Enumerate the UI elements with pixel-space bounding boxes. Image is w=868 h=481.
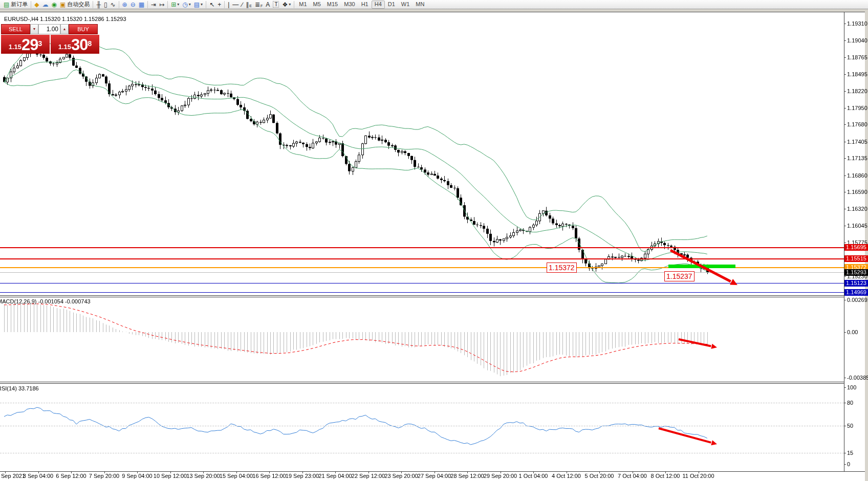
sell-price-box[interactable]: 1.15 29 3 [1,35,50,54]
time-axis-tick [599,471,600,473]
time-axis-label: 19 Sep 23:00 [286,473,319,479]
periods-icon[interactable]: ◷▾ [181,1,192,9]
arrows-icon[interactable]: ❖▾ [280,1,292,9]
candlestick-chart-icon: ▯ [104,1,107,8]
time-axis-tick [137,471,138,473]
macd-axis-label: 0.00 [847,329,858,335]
time-axis-tick [435,471,435,473]
text-label-icon[interactable]: T [271,1,280,9]
volume-increase-button[interactable]: ▲ [60,24,69,34]
resistance-line-1[interactable] [0,247,844,248]
time-axis-tick [170,471,171,473]
time-axis-tick [567,471,567,473]
time-axis-label: 15 Sep 04:00 [220,473,253,479]
cursor-icon[interactable]: ↖ [208,1,216,9]
fibonacci-icon[interactable]: ≣F [253,1,264,9]
timeframe-mn[interactable]: MN [413,1,427,9]
trendline-icon[interactable]: ∕ [240,1,244,9]
support-line-1-badge: 1.15123 [844,280,868,287]
buy-price-big: 30 [71,37,88,53]
highlighter-icon: ◆ [34,1,39,8]
price-tick-label: 1.18765 [847,54,867,60]
time-axis-tick [533,471,534,473]
zoom-in-icon[interactable]: ⊕ [121,1,129,9]
macd-tick-mark [844,300,846,300]
zoom-out-icon: ⊖ [131,1,136,8]
line-chart-icon[interactable]: ∿ [109,1,117,9]
time-axis-label: 21 Sep 04:00 [318,473,352,479]
price-tick-label: 1.17950 [847,105,867,111]
time-axis-line [0,471,865,472]
rsi-gridline [0,403,844,403]
volume-decrease-button[interactable]: ▼ [30,24,38,34]
chart-canvas[interactable] [0,0,868,481]
bar-chart-icon: ╫ [96,1,101,8]
time-axis-label: 29 Sep 20:00 [484,473,517,479]
entry-level-line[interactable] [0,267,844,268]
timeframe-m30[interactable]: M30 [341,1,358,9]
rsi-axis-label: 0 [847,461,850,467]
support-line-2[interactable] [0,292,844,293]
resistance-line-2[interactable] [0,258,844,259]
rsi-pane-separator-bottom [0,383,844,384]
buy-price-box[interactable]: 1.15 30 8 [51,35,99,54]
text-icon[interactable]: A [264,1,271,9]
price-tick-label: 1.16045 [847,223,867,229]
candlestick-chart-icon[interactable]: ▯ [102,1,109,9]
autotrade-button-label: 自动交易 [67,1,90,8]
toolbar-separator [93,1,93,8]
templates-icon-dropdown[interactable]: ▾ [201,2,203,7]
chart-shift-icon[interactable]: ↦ [158,1,166,9]
vertical-line-icon[interactable]: | [226,1,231,9]
macd-label: MACD(12,26,9) -0.001054 -0.000743 [0,298,91,304]
equidistant-channel-icon[interactable]: ∥E [244,1,253,9]
price-tick-mark [844,142,846,142]
timeframe-d1[interactable]: D1 [385,1,398,9]
timeframe-m15[interactable]: M15 [324,1,341,9]
new-order-button[interactable]: ▤新订单 [2,1,29,9]
time-axis-label: 4 Oct 12:00 [552,473,581,479]
macd-pane-separator-bottom [0,297,844,297]
toolbar-separator [167,1,168,8]
timeframe-m1[interactable]: M1 [296,1,310,9]
highlighter-icon[interactable]: ◆ [33,1,40,9]
buy-button[interactable]: BUY [69,24,98,34]
tile-windows-icon: ▦ [139,1,144,8]
auto-scroll-icon[interactable]: ⇥ [149,1,158,9]
rsi-tick-mark [844,453,846,453]
price-tick-label: 1.16590 [847,189,867,195]
add-indicator-icon[interactable]: ⊞▾ [169,1,181,9]
periods-icon-dropdown[interactable]: ▾ [189,2,191,7]
signals-icon[interactable]: ◉ [50,1,58,9]
timeframe-m5[interactable]: M5 [310,1,324,9]
rsi-pane-separator-top[interactable] [0,382,844,382]
time-axis-label: 7 Oct 04:00 [618,473,647,479]
volume-input[interactable] [38,24,60,34]
support-line-2-badge: 1.14969 [844,289,868,296]
add-indicator-icon-dropdown[interactable]: ▾ [177,2,179,7]
bar-chart-icon[interactable]: ╫ [95,1,102,9]
timeframe-w1[interactable]: W1 [398,1,413,9]
support-line-1[interactable] [0,283,844,283]
time-axis-tick [203,471,204,473]
autotrade-button[interactable]: ▣自动交易 [58,1,91,9]
community-icon[interactable]: ☁ [41,1,50,9]
tile-windows-icon[interactable]: ▦ [137,1,146,9]
time-axis-tick [302,471,303,473]
arrows-icon-dropdown[interactable]: ▾ [289,2,291,7]
crosshair-icon[interactable]: + [216,1,223,9]
price-callout-15372[interactable]: 1.15372 [547,263,577,273]
timeframe-h1[interactable]: H1 [358,1,372,9]
sell-button[interactable]: SELL [1,24,30,34]
horizontal-line-icon[interactable]: — [231,1,240,9]
price-callout-15237[interactable]: 1.15237 [664,271,695,281]
templates-icon[interactable]: ▤▾ [192,1,204,9]
time-axis-tick [401,471,402,473]
zoom-out-icon[interactable]: ⊖ [129,1,137,9]
add-indicator-icon: ⊞ [171,1,176,8]
current-price-line[interactable] [0,272,844,273]
sell-price-big: 29 [21,37,38,53]
timeframe-h4[interactable]: H4 [372,1,385,9]
macd-pane-separator-top[interactable] [0,295,844,296]
rsi-tick-mark [844,403,846,403]
